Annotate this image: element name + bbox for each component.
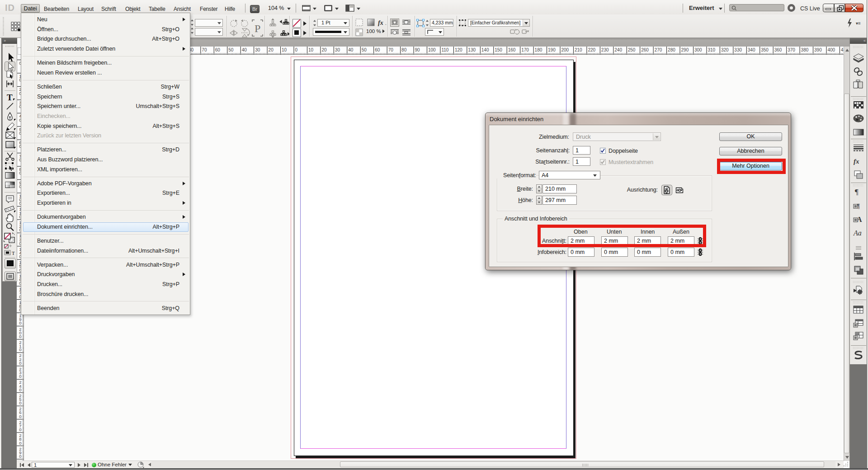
svg-text:30: 30 [255,47,260,52]
svg-text:240: 240 [614,47,622,52]
svg-text:20: 20 [321,47,327,52]
svg-text:340: 340 [748,47,755,52]
svg-text:0: 0 [19,347,21,352]
svg-text:320: 320 [721,47,729,52]
svg-text:160: 160 [508,47,516,52]
svg-text:50: 50 [362,47,367,52]
svg-text:360: 360 [774,47,782,52]
svg-text:70: 70 [388,47,394,52]
svg-text:220: 220 [588,47,595,52]
svg-text:0: 0 [19,361,21,366]
svg-text:¶: ¶ [855,188,859,196]
svg-text:40: 40 [242,47,247,52]
svg-text:80: 80 [401,47,407,52]
svg-text:30: 30 [335,47,340,52]
svg-text:120: 120 [455,47,462,52]
svg-text:60: 60 [215,47,221,52]
svg-text:0: 0 [19,334,21,339]
svg-text:60: 60 [375,47,380,52]
svg-text:fx: fx [378,19,383,26]
svg-text:390: 390 [814,47,822,52]
svg-text:0: 0 [295,47,298,52]
svg-text:310: 310 [708,47,715,52]
svg-text:400: 400 [828,47,835,52]
svg-text:100: 100 [428,47,436,52]
svg-text:0: 0 [19,374,21,379]
svg-text:90: 90 [415,47,420,52]
svg-text:260: 260 [641,47,649,52]
svg-text:170: 170 [521,47,529,52]
svg-text:330: 330 [734,47,742,52]
svg-text:0: 0 [19,427,21,432]
svg-text:370: 370 [788,47,795,52]
svg-text:380: 380 [801,47,809,52]
svg-text:140: 140 [481,47,489,52]
svg-text:130: 130 [468,47,476,52]
svg-text:T: T [7,93,13,102]
svg-text:10: 10 [282,47,287,52]
svg-text:20: 20 [269,47,274,52]
svg-text:190: 190 [548,47,556,52]
svg-text:Aa: Aa [853,229,862,237]
svg-text:0: 0 [19,387,21,392]
svg-text:50: 50 [228,47,234,52]
svg-text:200: 200 [561,47,569,52]
svg-text:0: 0 [19,414,21,419]
svg-text:fx: fx [854,158,859,165]
svg-text:280: 280 [668,47,675,52]
svg-text:70: 70 [202,47,207,52]
svg-text:0: 0 [19,400,21,405]
svg-text:230: 230 [601,47,609,52]
svg-text:0: 0 [19,320,21,325]
svg-text:250: 250 [628,47,636,52]
svg-text:P: P [255,23,260,34]
svg-text:270: 270 [655,47,662,52]
svg-text:150: 150 [495,47,502,52]
svg-text:0: 0 [19,441,21,446]
svg-text:290: 290 [681,47,689,52]
svg-text:40: 40 [348,47,354,52]
svg-text:300: 300 [694,47,702,52]
svg-text:210: 210 [575,47,582,52]
svg-text:110: 110 [441,47,448,52]
svg-text:180: 180 [535,47,542,52]
svg-text:.: . [385,21,387,26]
svg-text:T: T [12,250,15,256]
svg-text:350: 350 [761,47,769,52]
svg-text:10: 10 [308,47,314,52]
svg-text:0: 0 [19,454,21,459]
